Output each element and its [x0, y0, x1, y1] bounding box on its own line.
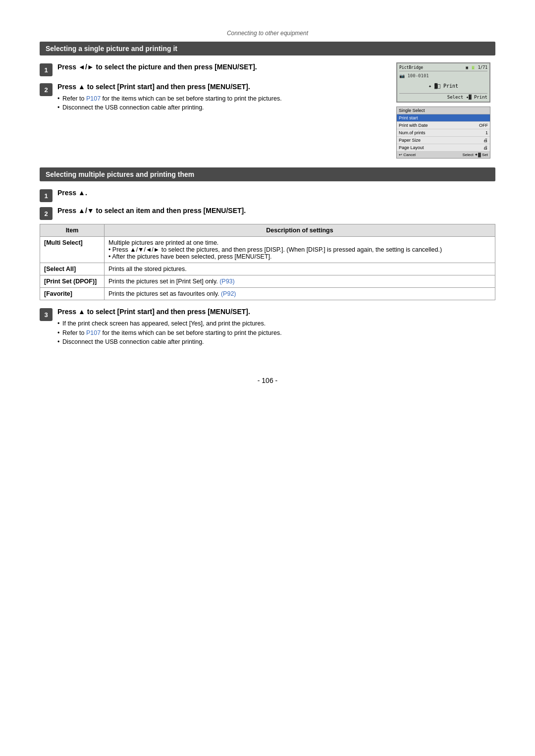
link-p107-2[interactable]: P107 — [86, 329, 101, 336]
section1-step1-left: 1 Press ◄/► to select the picture and th… — [40, 62, 386, 118]
section2-step3-text: Press ▲ to select [Print start] and then… — [57, 307, 495, 317]
section2-step1-number: 1 — [40, 189, 53, 202]
menu-row-papersize: Paper Size🖨 — [397, 137, 490, 144]
section1-step1-block: 1 Press ◄/► to select the picture and th… — [40, 62, 386, 76]
section2-bullet1: If the print check screen has appeared, … — [57, 319, 495, 328]
section2-bullet2: Refer to P107 for the items which can be… — [57, 328, 495, 338]
lcd-main: 📷 100-0101 ✦ ▓⃞ Print — [399, 72, 487, 90]
section2-step1-block: 1 Press ▲. — [40, 188, 495, 202]
printset-desc: Prints the pictures set in [Print Set] o… — [105, 275, 495, 288]
favorite-item: [Favorite] — [40, 288, 105, 300]
menu-screen: Single Select Print start Print with Dat… — [396, 107, 490, 159]
table-row-printset: [Print Set (DPOF)] Prints the pictures s… — [40, 275, 495, 288]
section1-title: Selecting a single picture and printing … — [40, 42, 495, 55]
section2-step1-content: Press ▲. — [57, 188, 495, 200]
section1-bullet1: Refer to P107 for the items which can be… — [57, 94, 386, 104]
selection-table: Item Description of settings [Multi Sele… — [40, 224, 495, 300]
section2-step3-bullets: If the print check screen has appeared, … — [57, 319, 495, 347]
printset-item: [Print Set (DPOF)] — [40, 275, 105, 288]
page-header: Connecting to other equipment — [40, 30, 495, 37]
section1-step2-bullets: Refer to P107 for the items which can be… — [57, 94, 386, 113]
table-col2-header: Description of settings — [105, 224, 495, 237]
lcd-folder: 📷 100-0101 — [399, 72, 487, 79]
screens-column: PictBridge ▣ 🔋 1/71 📷 100-0101 ✦ ▓⃞ Prin… — [396, 62, 495, 159]
section2: Selecting multiple pictures and printing… — [40, 167, 495, 347]
lcd-top: PictBridge ▣ 🔋 1/71 — [399, 65, 487, 71]
menu-row-numprints: Num.of prints1 — [397, 129, 490, 137]
section2-step3-number: 3 — [40, 308, 53, 321]
lcd-center: ✦ ▓⃞ Print — [399, 82, 487, 90]
section2-bullet3: Disconnect the USB connection cable afte… — [57, 337, 495, 347]
lcd-brand: PictBridge — [399, 65, 423, 70]
section1: Selecting a single picture and printing … — [40, 42, 495, 159]
section2-step2-block: 2 Press ▲/▼ to select an item and then p… — [40, 206, 495, 220]
multi-select-desc: Multiple pictures are printed at one tim… — [105, 237, 495, 263]
step1-number: 1 — [40, 63, 53, 76]
lcd-footer: Select ✦▓ Print — [399, 93, 487, 100]
menu-row-date: Print with DateOFF — [397, 122, 490, 129]
lcd-icons: ▣ 🔋 1/71 — [466, 65, 487, 70]
page-number: - 106 - — [40, 377, 495, 384]
section1-step2-content: Press ▲ to select [Print start] and then… — [57, 82, 386, 112]
section2-step1-text: Press ▲. — [57, 188, 495, 198]
select-all-desc: Prints all the stored pictures. — [105, 263, 495, 275]
table-row-multiselect: [Multi Select] Multiple pictures are pri… — [40, 237, 495, 263]
section2-title: Selecting multiple pictures and printing… — [40, 167, 495, 181]
section1-step1-text: Press ◄/► to select the picture and then… — [57, 62, 386, 72]
link-p93[interactable]: (P93) — [219, 278, 235, 285]
step2-number: 2 — [40, 83, 53, 96]
lcd-screen: PictBridge ▣ 🔋 1/71 📷 100-0101 ✦ ▓⃞ Prin… — [396, 62, 490, 103]
menu-header: Single Select — [397, 107, 490, 114]
section2-step2-number: 2 — [40, 207, 53, 220]
menu-footer: ↩ CancelSelect ✦▓ Set — [397, 152, 490, 158]
section2-step2-text: Press ▲/▼ to select an item and then pre… — [57, 206, 495, 216]
menu-row-printstart: Print start — [397, 114, 490, 122]
section2-step3-content: Press ▲ to select [Print start] and then… — [57, 307, 495, 347]
multi-select-item: [Multi Select] — [40, 237, 105, 263]
favorite-desc: Prints the pictures set as favourites on… — [105, 288, 495, 300]
select-all-item: [Select All] — [40, 263, 105, 275]
section2-step3-block: 3 Press ▲ to select [Print start] and th… — [40, 307, 495, 347]
section1-step1-row: 1 Press ◄/► to select the picture and th… — [40, 62, 495, 159]
table-col1-header: Item — [40, 224, 105, 237]
link-p107-1[interactable]: P107 — [86, 95, 101, 102]
section1-step2-text: Press ▲ to select [Print start] and then… — [57, 82, 386, 92]
section1-bullet2: Disconnect the USB connection cable afte… — [57, 103, 386, 112]
menu-row-pagelayout: Page Layout🖨 — [397, 144, 490, 152]
link-p92[interactable]: (P92) — [221, 290, 236, 297]
section1-step2-block: 2 Press ▲ to select [Print start] and th… — [40, 82, 386, 112]
table-row-selectall: [Select All] Prints all the stored pictu… — [40, 263, 495, 275]
table-row-favorite: [Favorite] Prints the pictures set as fa… — [40, 288, 495, 300]
section1-step1-content: Press ◄/► to select the picture and then… — [57, 62, 386, 74]
section2-step2-content: Press ▲/▼ to select an item and then pre… — [57, 206, 495, 218]
